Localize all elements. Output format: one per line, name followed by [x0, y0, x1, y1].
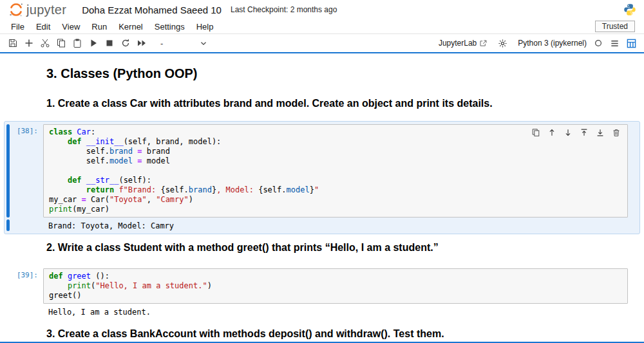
code-cell-39[interactable]: [39]: def greet (): print("Hello, I am a… — [4, 265, 640, 320]
copy-cell-button[interactable] — [53, 36, 69, 50]
code-content: class Car: def __init__(self, brand, mod… — [49, 127, 622, 214]
insert-cell-above-button[interactable] — [579, 127, 589, 137]
markdown-cell-q3[interactable]: 3. Create a class BankAccount with metho… — [0, 328, 644, 340]
settings-button[interactable] — [495, 36, 510, 50]
restart-icon — [120, 38, 131, 48]
insert-cell-button[interactable] — [21, 36, 37, 50]
notebook-title[interactable]: Doha Ezzat Mohamed Saeed 10 — [82, 5, 222, 15]
menubar: File Edit View Run Kernel Settings Help … — [0, 19, 644, 34]
output-prompt — [10, 219, 43, 231]
menu-edit[interactable]: Edit — [30, 21, 56, 33]
run-icon — [88, 38, 99, 48]
copy-icon — [56, 38, 66, 48]
kernel-name[interactable]: Python 3 (ipykernel) — [518, 39, 587, 48]
plus-icon — [24, 38, 34, 48]
header: jupyter Doha Ezzat Mohamed Saeed 10 Last… — [0, 0, 644, 19]
input-prompt: [38]: — [10, 124, 43, 218]
code-content: def greet (): print("Hello, I am a stude… — [49, 272, 622, 301]
menu-settings[interactable]: Settings — [149, 21, 191, 33]
table-view-icon[interactable] — [627, 39, 636, 48]
fast-forward-icon — [137, 38, 147, 48]
cell-output: Hello, I am a student. — [43, 306, 639, 317]
save-icon — [8, 38, 18, 48]
insert-above-icon — [580, 128, 589, 137]
python-logo-icon — [623, 3, 636, 16]
open-in-jupyterlab-link[interactable]: JupyterLab — [439, 39, 488, 48]
menu-file[interactable]: File — [5, 21, 30, 33]
menu-help[interactable]: Help — [191, 21, 220, 33]
markdown-cell-q1[interactable]: 1. Create a class Car with attributes br… — [0, 98, 644, 109]
kernel-status-icon — [594, 39, 603, 48]
hamburger-menu-icon[interactable] — [610, 39, 620, 48]
run-cell-button[interactable] — [86, 36, 101, 50]
input-prompt: [39]: — [10, 268, 43, 304]
move-cell-up-button[interactable] — [547, 127, 556, 137]
checkpoint-text: Last Checkpoint: 2 months ago — [231, 5, 337, 14]
menu-view[interactable]: View — [56, 21, 86, 33]
run-all-button[interactable] — [134, 36, 149, 50]
menu-kernel[interactable]: Kernel — [113, 21, 149, 33]
markdown-cell-title[interactable]: 3. Classes (Python OOP) — [0, 66, 644, 81]
notebook-toolbar: - JupyterLab Python 3 (ipykernel) — [0, 34, 644, 52]
cell-output: Brand: Toyota, Model: Camry — [43, 219, 639, 231]
external-link-icon — [479, 39, 488, 48]
insert-below-icon — [596, 128, 605, 137]
chevron-down-icon — [199, 39, 208, 48]
output-prompt — [10, 306, 43, 317]
jupyter-app: jupyter Doha Ezzat Mohamed Saeed 10 Last… — [0, 0, 644, 343]
trusted-button[interactable]: Trusted — [595, 21, 635, 32]
jupyter-logo-text: jupyter — [26, 3, 66, 17]
cell-toolbar — [531, 127, 621, 137]
code-editor[interactable]: class Car: def __init__(self, brand, mod… — [43, 124, 628, 218]
arrow-down-icon — [564, 128, 573, 137]
menu-run[interactable]: Run — [86, 21, 113, 33]
jupyter-logo: jupyter — [8, 1, 66, 18]
save-button[interactable] — [5, 36, 21, 50]
code-editor[interactable]: def greet (): print("Hello, I am a stude… — [43, 268, 628, 304]
cell-type-dropdown[interactable]: - — [156, 39, 212, 48]
cell-type-value: - — [160, 39, 163, 48]
trash-icon — [612, 128, 621, 137]
markdown-cell-q2[interactable]: 2. Write a class Student with a method g… — [0, 242, 644, 254]
arrow-up-icon — [547, 128, 556, 137]
insert-cell-below-button[interactable] — [595, 127, 605, 137]
interrupt-kernel-button[interactable] — [102, 36, 117, 50]
jupyter-planet-icon — [8, 1, 24, 18]
gear-icon — [498, 39, 507, 48]
duplicate-cell-button[interactable] — [531, 127, 540, 137]
paste-cell-button[interactable] — [70, 36, 85, 50]
move-cell-down-button[interactable] — [563, 127, 573, 137]
jupyterlab-label: JupyterLab — [439, 39, 477, 48]
cut-cell-button[interactable] — [37, 36, 53, 50]
paste-icon — [72, 38, 82, 48]
scissors-icon — [40, 38, 50, 48]
stop-icon — [104, 38, 115, 48]
restart-kernel-button[interactable] — [118, 36, 133, 50]
notebook-panel: 3. Classes (Python OOP) 1. Create a clas… — [0, 52, 644, 343]
duplicate-icon — [531, 128, 540, 137]
delete-cell-button[interactable] — [611, 127, 621, 137]
code-cell-38[interactable]: [38]: — [4, 121, 640, 234]
